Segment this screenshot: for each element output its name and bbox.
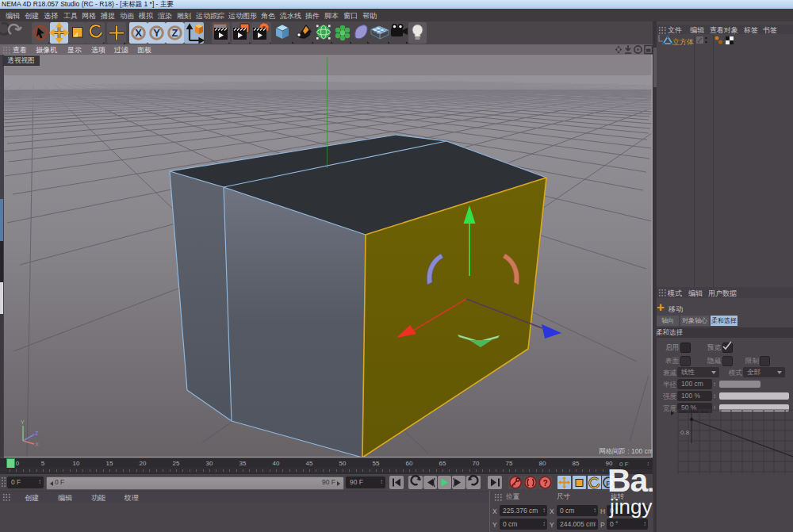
svg-text:Y: Y: [153, 27, 160, 39]
svg-text:X: X: [135, 27, 142, 39]
svg-text:0.8: 0.8: [680, 429, 690, 436]
svg-text:?: ?: [542, 479, 547, 488]
svg-text:Y: Y: [21, 419, 25, 425]
svg-text:Z: Z: [35, 431, 39, 436]
svg-text:X: X: [35, 442, 39, 447]
svg-text:Z: Z: [172, 27, 178, 39]
